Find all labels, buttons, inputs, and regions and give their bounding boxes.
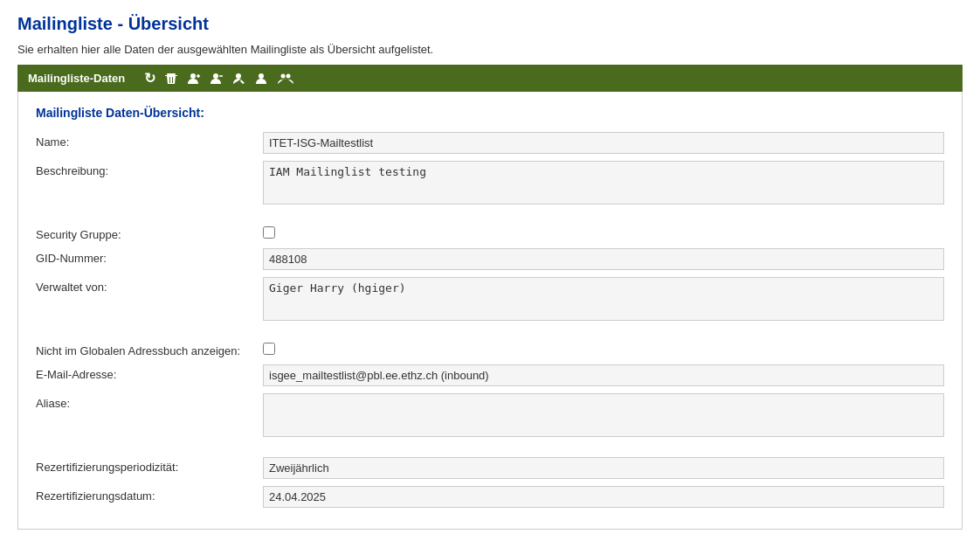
rezert-datum-input[interactable] — [263, 486, 944, 508]
email-adresse-row: E-Mail-Adresse: — [36, 364, 944, 386]
toolbar-title: Mailingliste-Daten — [28, 72, 125, 85]
gid-nummer-row: GID-Nummer: — [36, 248, 944, 270]
aliase-row: Aliase: — [36, 393, 944, 440]
person-view-icon[interactable] — [255, 72, 269, 86]
page-title: Mailingliste - Übersicht — [17, 14, 963, 34]
name-value-container — [263, 132, 944, 154]
beschreibung-label: Beschreibung: — [36, 161, 263, 177]
svg-point-8 — [259, 73, 264, 79]
security-gruppe-label: Security Gruppe: — [36, 225, 263, 241]
verwaltet-von-textarea[interactable] — [263, 277, 944, 321]
person-remove-icon[interactable] — [210, 72, 224, 86]
name-label: Name: — [36, 132, 263, 149]
rezert-periodizitaet-value-container — [263, 457, 944, 479]
aliase-value-container — [263, 393, 944, 440]
security-gruppe-row: Security Gruppe: — [36, 225, 944, 241]
verwaltet-von-label: Verwaltet von: — [36, 277, 263, 294]
rezert-periodizitaet-row: Rezertifizierungsperiodizität: — [36, 457, 944, 479]
svg-rect-0 — [167, 73, 176, 75]
verwaltet-von-value-container — [263, 277, 944, 323]
svg-point-2 — [190, 73, 196, 79]
name-input[interactable] — [263, 132, 944, 154]
rezert-periodizitaet-label: Rezertifizierungsperiodizität: — [36, 457, 263, 474]
nicht-im-globalen-label: Nicht im Globalen Adressbuch anzeigen: — [36, 341, 263, 357]
section-title: Mailingliste Daten-Übersicht: — [36, 106, 944, 120]
svg-point-5 — [213, 73, 218, 79]
svg-rect-1 — [165, 75, 177, 76]
gid-nummer-input[interactable] — [263, 248, 944, 270]
person-edit-icon[interactable] — [232, 72, 246, 86]
group-icon[interactable] — [278, 72, 293, 86]
beschreibung-value-container — [263, 161, 944, 207]
rezert-periodizitaet-input[interactable] — [263, 457, 944, 479]
gid-nummer-label: GID-Nummer: — [36, 248, 263, 265]
content-panel: Mailingliste Daten-Übersicht: Name: Besc… — [17, 92, 963, 530]
beschreibung-textarea[interactable] — [263, 161, 944, 205]
nicht-im-globalen-value — [263, 341, 944, 355]
nicht-im-globalen-checkbox[interactable] — [263, 343, 275, 355]
refresh-icon[interactable]: ↻ — [144, 70, 155, 87]
nicht-im-globalen-row: Nicht im Globalen Adressbuch anzeigen: — [36, 341, 944, 357]
delete-icon[interactable] — [164, 72, 178, 86]
page-subtitle: Sie erhalten hier alle Daten der ausgewä… — [17, 43, 963, 56]
name-row: Name: — [36, 132, 944, 154]
verwaltet-von-row: Verwaltet von: — [36, 277, 944, 323]
aliase-label: Aliase: — [36, 393, 263, 410]
email-adresse-value-container — [263, 364, 944, 386]
security-gruppe-checkbox[interactable] — [263, 226, 275, 239]
person-add-icon[interactable] — [187, 72, 201, 86]
email-adresse-label: E-Mail-Adresse: — [36, 364, 263, 381]
svg-point-10 — [286, 73, 291, 78]
security-gruppe-value — [263, 225, 944, 239]
svg-point-9 — [281, 73, 286, 78]
rezert-datum-value-container — [263, 486, 944, 508]
rezert-datum-row: Rezertifizierungsdatum: — [36, 486, 944, 508]
beschreibung-row: Beschreibung: — [36, 161, 944, 207]
toolbar: Mailingliste-Daten ↻ — [17, 65, 963, 92]
email-adresse-input[interactable] — [263, 364, 944, 386]
aliase-textarea[interactable] — [263, 393, 944, 437]
gid-nummer-value-container — [263, 248, 944, 270]
svg-point-7 — [236, 73, 241, 79]
rezert-datum-label: Rezertifizierungsdatum: — [36, 486, 263, 503]
